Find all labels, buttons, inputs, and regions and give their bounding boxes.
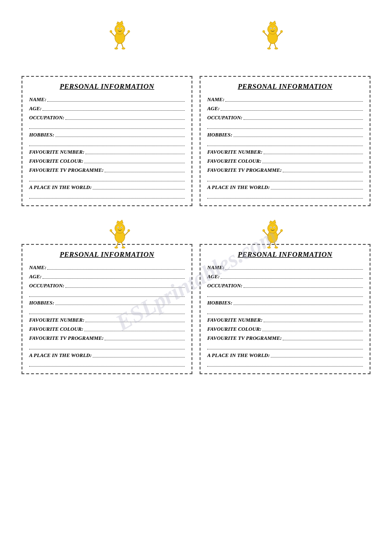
field-hobbies-2: HOBBIES: (207, 131, 363, 137)
svg-point-23 (280, 31, 283, 33)
field-occupation-1: OCCUPATION: (29, 114, 185, 120)
field-fav-num-4: FAVOURITE NUMBER: (207, 316, 363, 323)
svg-point-22 (263, 31, 265, 33)
label-age-1: AGE: (29, 105, 42, 111)
field-fav-tv-2: FAVOURITE TV PROGRAMME: (207, 166, 363, 173)
svg-point-47 (274, 227, 275, 228)
field-name-1: NAME: (29, 95, 185, 102)
full-layout: PERSONAL INFORMATION NAME: AGE: OCCUPATI… (10, 10, 382, 381)
label-fav-num-3: FAVOURITE NUMBER: (29, 317, 85, 323)
label-name-3: NAME: (29, 264, 46, 270)
label-occupation-1: OCCUPATION: (29, 115, 64, 120)
dots-fav-tv-1 (105, 166, 185, 172)
dots-age-1 (42, 105, 185, 111)
svg-point-19 (274, 28, 275, 29)
field-fav-tv-1: FAVOURITE TV PROGRAMME: (29, 166, 185, 173)
dots-fav-num-2 (264, 148, 363, 154)
dots-fav-num-1 (85, 148, 185, 154)
label-name-2: NAME: (207, 96, 224, 102)
svg-point-33 (121, 227, 122, 228)
dots-name-4 (225, 263, 363, 270)
label-fav-col-3: FAVOURITE COLOUR: (29, 326, 83, 332)
card-4-title: PERSONAL INFORMATION (207, 251, 363, 259)
dots-occupation-1 (65, 114, 185, 120)
svg-point-41 (122, 247, 125, 249)
field-place-1: A PLACE IN THE WORLD: (29, 183, 185, 190)
svg-point-15 (267, 24, 277, 34)
bottom-cards-row: PERSONAL INFORMATION NAME: AGE: OCCUPATI… (19, 244, 373, 374)
mascot-top-left (103, 17, 137, 52)
card-1-title: PERSONAL INFORMATION (29, 83, 185, 91)
mascot-top-right (256, 17, 289, 52)
svg-point-27 (275, 48, 278, 50)
field-fav-num-2: FAVOURITE NUMBER: (207, 148, 363, 155)
dots-place-3 (93, 351, 185, 358)
label-fav-col-1: FAVOURITE COLOUR: (29, 158, 83, 164)
card-1: PERSONAL INFORMATION NAME: AGE: OCCUPATI… (21, 76, 192, 206)
svg-line-24 (269, 43, 271, 48)
page-container: ESLprintables.com (0, 0, 392, 558)
svg-point-46 (270, 227, 271, 228)
dots-hobbies-4 (233, 299, 363, 305)
svg-line-20 (264, 32, 267, 36)
extra-line-4c (207, 343, 363, 349)
field-name-4: NAME: (207, 263, 363, 270)
field-hobbies-1: HOBBIES: (29, 131, 185, 137)
label-fav-col-4: FAVOURITE COLOUR: (207, 326, 261, 332)
label-fav-tv-4: FAVOURITE TV PROGRAMME: (207, 335, 282, 341)
field-place-2: A PLACE IN THE WORLD: (207, 183, 363, 190)
svg-point-9 (127, 31, 130, 33)
svg-line-34 (111, 231, 115, 235)
label-hobbies-1: HOBBIES: (29, 132, 54, 137)
dots-fav-col-3 (84, 325, 185, 331)
svg-point-18 (270, 28, 271, 29)
label-occupation-4: OCCUPATION: (207, 283, 243, 288)
mascot-bottom-left (103, 216, 137, 251)
dots-occupation-3 (65, 282, 185, 288)
dots-fav-col-1 (84, 157, 185, 163)
field-fav-num-1: FAVOURITE NUMBER: (29, 148, 185, 155)
svg-point-50 (263, 230, 265, 232)
dots-fav-col-4 (262, 325, 363, 331)
extra-line-3d (29, 360, 185, 367)
label-hobbies-2: HOBBIES: (207, 132, 233, 137)
dots-age-2 (221, 105, 363, 111)
card-3: PERSONAL INFORMATION NAME: AGE: OCCUPATI… (21, 244, 192, 374)
extra-line-1d (29, 192, 185, 199)
svg-point-29 (115, 223, 125, 233)
svg-point-8 (110, 31, 112, 33)
dots-hobbies-1 (55, 131, 185, 137)
field-name-2: NAME: (207, 95, 363, 102)
label-fav-num-2: FAVOURITE NUMBER: (207, 149, 263, 155)
dots-fav-col-2 (262, 157, 363, 163)
field-place-3: A PLACE IN THE WORLD: (29, 351, 185, 358)
dots-hobbies-3 (55, 299, 185, 305)
dots-place-2 (271, 183, 363, 190)
svg-point-32 (117, 227, 118, 228)
label-fav-tv-1: FAVOURITE TV PROGRAMME: (29, 167, 104, 173)
card-3-title: PERSONAL INFORMATION (29, 251, 185, 259)
extra-line-2b (207, 140, 363, 146)
dots-age-4 (221, 273, 363, 279)
dots-name-1 (47, 95, 185, 102)
dots-fav-num-3 (85, 316, 185, 322)
svg-point-54 (267, 247, 270, 249)
svg-line-21 (277, 32, 281, 36)
dots-hobbies-2 (233, 131, 363, 137)
card-2: PERSONAL INFORMATION NAME: AGE: OCCUPATI… (200, 76, 371, 206)
dots-age-3 (42, 273, 185, 279)
svg-point-5 (121, 28, 122, 29)
dots-place-4 (271, 351, 363, 358)
svg-line-48 (264, 231, 267, 235)
field-occupation-3: OCCUPATION: (29, 282, 185, 288)
label-hobbies-3: HOBBIES: (29, 300, 54, 305)
svg-point-26 (267, 48, 270, 50)
svg-line-49 (277, 231, 281, 235)
label-fav-tv-2: FAVOURITE TV PROGRAMME: (207, 167, 282, 173)
middle-mascots-row (19, 216, 373, 251)
field-fav-tv-4: FAVOURITE TV PROGRAMME: (207, 334, 363, 341)
label-age-3: AGE: (29, 274, 42, 279)
label-name-4: NAME: (207, 264, 224, 270)
label-place-3: A PLACE IN THE WORLD: (29, 352, 92, 358)
card-2-title: PERSONAL INFORMATION (207, 83, 363, 91)
